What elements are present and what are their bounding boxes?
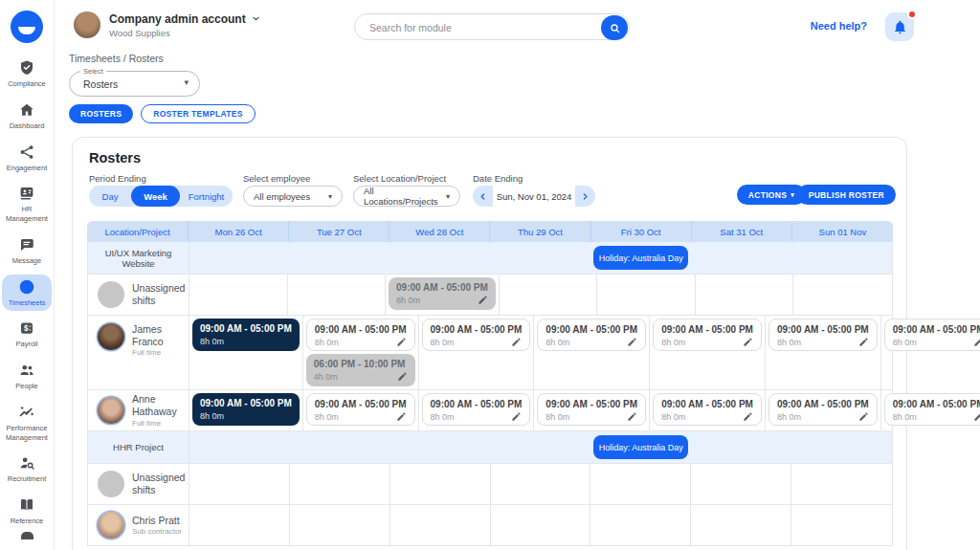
edit-pencil-icon[interactable] — [396, 337, 407, 347]
day-cell[interactable] — [288, 275, 387, 315]
edit-pencil-icon[interactable] — [511, 411, 522, 422]
holiday-badge[interactable]: Holiday: Australia Day — [593, 435, 688, 459]
day-cell[interactable] — [791, 464, 892, 504]
edit-pencil-icon[interactable] — [396, 411, 407, 422]
date-ending-value[interactable]: Sun, Nov 01, 2024 — [493, 186, 575, 207]
shift-card[interactable]: 09:00 AM - 05:00 PM8h 0m — [884, 319, 980, 351]
edit-pencil-icon[interactable] — [511, 337, 522, 347]
day-cell[interactable] — [390, 464, 491, 504]
holiday-badge[interactable]: Holiday: Australia Day — [593, 246, 688, 270]
shift-card[interactable]: 09:00 AM - 05:00 PM8h 0m — [768, 393, 878, 426]
shift-card[interactable]: 09:00 AM - 05:00 PM8h 0m — [768, 319, 878, 351]
search-button[interactable] — [601, 15, 628, 40]
day-cell[interactable] — [290, 464, 390, 504]
day-cell[interactable] — [500, 275, 598, 315]
sidebar-item-people[interactable]: People — [2, 358, 52, 395]
sidebar-item-engagement[interactable]: Engagement — [2, 140, 52, 177]
day-cell[interactable] — [189, 275, 288, 315]
sidebar-item-timesheets[interactable]: Timesheets — [2, 275, 52, 312]
day-cell[interactable] — [491, 505, 591, 545]
tab-rosters[interactable]: ROSTERS — [69, 104, 133, 123]
sidebar-item-payroll[interactable]: $Payroll — [2, 316, 52, 353]
edit-pencil-icon[interactable] — [478, 295, 488, 305]
day-cell[interactable]: 09:00 AM - 05:00 PM8h 0m — [386, 275, 500, 315]
sidebar-item-recruitment[interactable]: Recruitment — [2, 451, 52, 488]
edit-pencil-icon[interactable] — [397, 371, 408, 382]
day-cell[interactable] — [791, 505, 892, 545]
shift-card[interactable]: 09:00 AM - 05:00 PM8h 0m — [306, 319, 415, 351]
sidebar-item-label: Timesheets — [8, 298, 47, 308]
edit-pencil-icon[interactable] — [973, 411, 980, 422]
day-cell[interactable]: 09:00 AM - 05:00 PM8h 0m — [650, 390, 766, 430]
day-cell[interactable] — [597, 275, 696, 315]
day-cell[interactable]: 09:00 AM - 05:00 PM8h 0m — [881, 316, 980, 389]
day-cell[interactable] — [390, 505, 491, 545]
day-cell[interactable]: 09:00 AM - 05:00 PM8h 0m — [419, 390, 535, 430]
day-cell[interactable]: 09:00 AM - 05:00 PM8h 0m06:00 PM - 10:00… — [303, 316, 419, 389]
shift-card[interactable]: 09:00 AM - 05:00 PM8h 0m — [537, 319, 646, 351]
day-cell[interactable] — [696, 275, 794, 315]
day-cell[interactable] — [590, 464, 691, 504]
day-cell[interactable] — [189, 464, 290, 504]
module-select[interactable]: Select Rosters ▾ — [69, 71, 200, 97]
edit-pencil-icon[interactable] — [858, 337, 869, 347]
shift-card[interactable]: 09:00 AM - 05:00 PM8h 0m — [653, 393, 762, 426]
sidebar-item-message[interactable]: Message — [2, 232, 52, 270]
shift-card[interactable]: 09:00 AM - 05:00 PM8h 0m — [192, 393, 300, 426]
edit-pencil-icon[interactable] — [627, 411, 637, 422]
shift-card[interactable]: 09:00 AM - 05:00 PM8h 0m — [306, 393, 415, 426]
shift-card[interactable]: 09:00 AM - 05:00 PM8h 0m — [653, 319, 762, 351]
sidebar-item-performance-management[interactable]: Performance Management — [2, 400, 52, 447]
edit-pencil-icon[interactable] — [973, 337, 980, 347]
shift-card[interactable]: 09:00 AM - 05:00 PM8h 0m — [192, 319, 300, 351]
day-cell[interactable]: 09:00 AM - 05:00 PM8h 0m — [766, 316, 881, 389]
shift-card[interactable]: 09:00 AM - 05:00 PM8h 0m — [389, 277, 496, 310]
day-cell[interactable]: 09:00 AM - 05:00 PM8h 0m — [303, 390, 419, 430]
need-help-link[interactable]: Need help? — [811, 20, 867, 32]
tab-roster-templates[interactable]: ROSTER TEMPLATES — [141, 104, 255, 123]
day-cell[interactable]: 09:00 AM - 05:00 PM8h 0m — [766, 390, 881, 430]
period-option-week[interactable]: Week — [131, 186, 180, 207]
day-cell[interactable]: 09:00 AM - 05:00 PM8h 0m — [419, 316, 535, 389]
period-option-fortnight[interactable]: Fortnight — [180, 186, 233, 207]
edit-pencil-icon[interactable] — [743, 337, 753, 347]
edit-pencil-icon[interactable] — [743, 411, 753, 422]
shift-card[interactable]: 09:00 AM - 05:00 PM8h 0m — [422, 393, 531, 426]
day-cell[interactable] — [590, 505, 691, 545]
day-cell[interactable] — [491, 464, 591, 504]
day-cell[interactable]: 09:00 AM - 05:00 PM8h 0m — [189, 316, 303, 389]
app-logo-icon[interactable] — [11, 11, 43, 43]
sidebar-item-hr-management[interactable]: HR Management — [2, 181, 52, 228]
day-cell[interactable]: 09:00 AM - 05:00 PM8h 0m — [650, 316, 766, 389]
sidebar-item-label: Message — [11, 256, 42, 266]
day-cell[interactable] — [691, 464, 791, 504]
account-menu[interactable]: Company admin account Wood Supplies — [74, 11, 261, 38]
shift-card[interactable]: 09:00 AM - 05:00 PM8h 0m — [537, 393, 646, 426]
edit-pencil-icon[interactable] — [627, 337, 637, 347]
actions-button[interactable]: ACTIONS ▾ — [737, 185, 806, 205]
day-cell[interactable]: 09:00 AM - 05:00 PM8h 0m — [881, 390, 980, 430]
location-select[interactable]: All Locations/Projects ▾ — [353, 186, 460, 207]
day-cell[interactable]: 09:00 AM - 05:00 PM8h 0m — [534, 316, 650, 389]
previous-period-button[interactable] — [473, 186, 493, 207]
day-cell[interactable] — [793, 275, 892, 315]
edit-pencil-icon[interactable] — [858, 411, 869, 422]
period-option-day[interactable]: Day — [89, 186, 131, 207]
day-cell[interactable] — [290, 505, 390, 545]
module-search-input[interactable]: Search for module — [354, 13, 630, 40]
shift-card[interactable]: 06:00 PM - 10:00 PM4h 0m — [306, 354, 415, 386]
publish-roster-button[interactable]: PUBLISH ROSTER — [797, 185, 896, 205]
day-cell[interactable] — [691, 505, 791, 545]
next-period-button[interactable] — [575, 186, 595, 207]
sidebar-item-reference[interactable]: Reference — [2, 493, 52, 530]
day-cell[interactable]: 09:00 AM - 05:00 PM8h 0m — [534, 390, 650, 430]
day-cell[interactable] — [189, 505, 290, 545]
shift-card[interactable]: 09:00 AM - 05:00 PM8h 0m — [422, 319, 531, 351]
shift-time: 09:00 AM - 05:00 PM — [431, 399, 523, 409]
day-cell[interactable]: 09:00 AM - 05:00 PM8h 0m — [189, 390, 303, 430]
shift-card[interactable]: 09:00 AM - 05:00 PM8h 0m — [884, 393, 980, 426]
sidebar-item-dashboard[interactable]: Dashboard — [2, 98, 52, 135]
notifications-button[interactable] — [885, 12, 914, 41]
employee-select[interactable]: All employees ▾ — [243, 186, 343, 207]
sidebar-item-compliance[interactable]: Compliance — [2, 55, 52, 93]
